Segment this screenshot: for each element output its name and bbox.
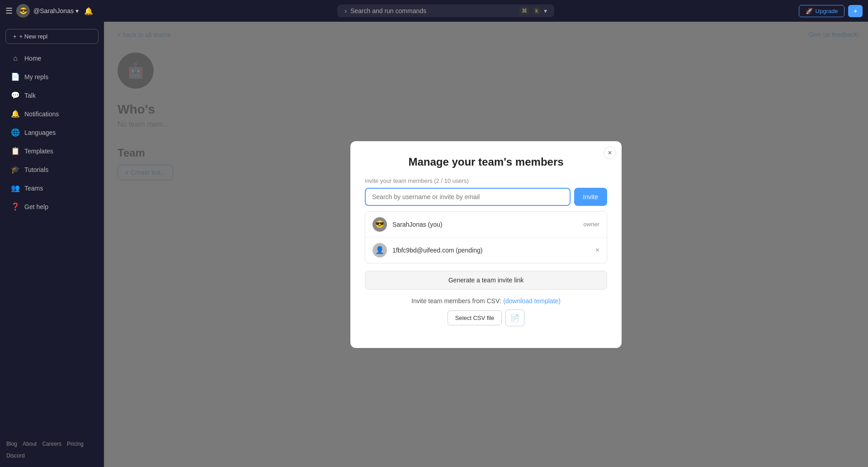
globe-icon: 🌐 [11,128,20,137]
sidebar: + + New repl ⌂ Home 📄 My repls 💬 Talk 🔔 … [0,22,104,467]
tutorial-icon: 🎓 [11,165,20,174]
csv-label: Invite team members from CSV: [411,297,501,305]
plus-icon: + [13,33,17,40]
modal-close-button[interactable]: × [604,147,616,159]
footer-discord[interactable]: Discord [6,453,25,459]
csv-file-icon: 📄 [510,314,519,322]
member-avatar-sarah: 😎 [373,217,387,232]
avatar: 😎 [16,4,30,18]
csv-section: Invite team members from CSV: (download … [365,297,607,326]
file-icon: 📄 [11,72,20,81]
page-background: < back to all teams Give us feedback! 🤖 … [104,22,868,467]
sidebar-item-teams[interactable]: 👥 Teams [4,179,100,197]
bell-nav-icon: 🔔 [11,110,20,118]
sidebar-item-home[interactable]: ⌂ Home [4,50,100,67]
topbar-left: ☰ 😎 @SarahJonas ▾ 🔔 [5,4,93,18]
csv-icon-button[interactable]: 📄 [505,310,524,326]
modal-title: Manage your team's members [365,156,607,168]
hamburger-icon[interactable]: ☰ [5,6,13,16]
chevron-down-icon: ▾ [75,7,79,14]
footer-about[interactable]: About [23,441,37,447]
invite-label: invite your team members (2 / 10 users) [365,177,607,184]
invite-button[interactable]: Invite [574,188,607,206]
chevron-right-icon: › [344,7,347,14]
sidebar-item-talk[interactable]: 💬 Talk [4,86,100,104]
new-repl-topbar-button[interactable]: + [848,5,863,17]
footer-careers[interactable]: Careers [42,441,61,447]
search-placeholder-text: Search and run commands [350,7,516,14]
chat-icon: 💬 [11,91,20,100]
sidebar-item-label: Teams [24,185,43,192]
topbar-center: › Search and run commands ⌘ k ▾ [99,5,793,17]
command-search[interactable]: › Search and run commands ⌘ k ▾ [337,5,554,17]
template-icon: 📋 [11,147,20,155]
bell-icon[interactable]: 🔔 [84,7,93,15]
sidebar-item-templates[interactable]: 📋 Templates [4,142,100,160]
member-name-sarah: SarahJonas (you) [392,221,578,228]
sidebar-item-tutorials[interactable]: 🎓 Tutorials [4,161,100,178]
sidebar-item-languages[interactable]: 🌐 Languages [4,124,100,141]
sidebar-item-get-help[interactable]: ❓ Get help [4,198,100,215]
home-icon: ⌂ [11,54,20,62]
footer-blog[interactable]: Blog [6,441,17,447]
member-role-sarah: owner [584,221,599,228]
new-repl-button[interactable]: + + New repl [5,29,99,44]
kbd-meta: ⌘ [519,7,529,14]
modal-overlay: × Manage your team's members invite your… [104,22,868,467]
sidebar-item-label: Home [24,55,41,62]
invite-search-input[interactable] [365,188,571,206]
member-avatar-pending: 👤 [373,243,387,257]
invite-row: Invite [365,188,607,206]
sidebar-item-label: My repls [24,73,48,81]
sidebar-item-my-repls[interactable]: 📄 My repls [4,68,100,86]
csv-buttons: Select CSV file 📄 [365,310,607,326]
sidebar-item-label: Languages [24,129,56,136]
kbd-key: k [533,7,540,14]
upgrade-icon: 🚀 [806,8,813,14]
upgrade-button[interactable]: 🚀 Upgrade [799,5,845,17]
member-row: 😎 SarahJonas (you) owner [365,212,607,238]
generate-invite-link-button[interactable]: Generate a team invite link [365,271,607,290]
topbar-right: 🚀 Upgrade + [799,5,863,17]
sidebar-item-label: Get help [24,203,48,210]
sidebar-item-label: Templates [24,148,53,155]
member-name-pending: 1fbfc9bd@uifeed.com (pending) [392,247,590,254]
chevron-down-icon-search: ▾ [544,7,547,14]
help-icon: ❓ [11,202,20,211]
username-button[interactable]: @SarahJonas ▾ [33,7,79,14]
csv-download-link[interactable]: (download template) [503,297,561,305]
teams-icon: 👥 [11,184,20,192]
footer-pricing[interactable]: Pricing [67,441,84,447]
sidebar-item-notifications[interactable]: 🔔 Notifications [4,105,100,123]
member-row-pending: 👤 1fbfc9bd@uifeed.com (pending) × [365,238,607,263]
sidebar-item-label: Talk [24,92,36,99]
member-remove-button[interactable]: × [595,246,599,254]
manage-members-modal: × Manage your team's members invite your… [350,141,622,348]
topbar: ☰ 😎 @SarahJonas ▾ 🔔 › Search and run com… [0,0,868,22]
sidebar-item-label: Notifications [24,110,59,118]
sidebar-item-label: Tutorials [24,166,48,173]
members-list: 😎 SarahJonas (you) owner 👤 1fbfc9bd@uife… [365,211,607,263]
select-csv-button[interactable]: Select CSV file [448,310,502,325]
